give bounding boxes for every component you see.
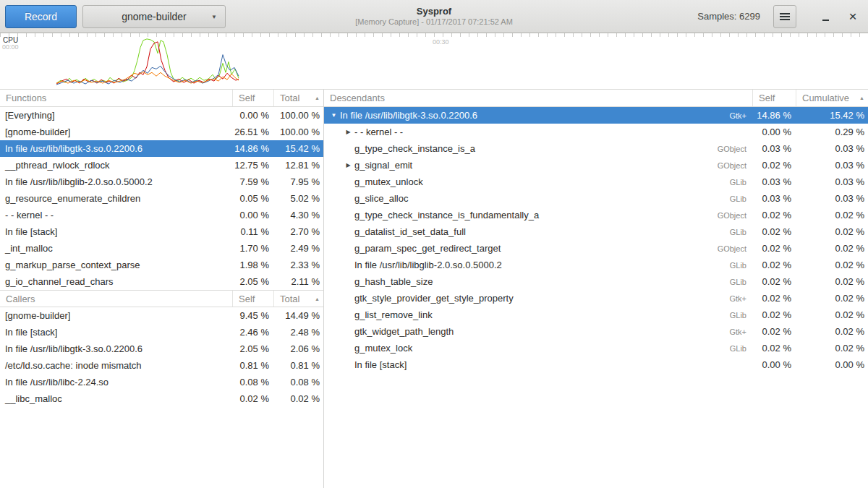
function-name: g_type_check_instance_is_a xyxy=(354,143,475,154)
library-category-label: GObject xyxy=(718,161,752,170)
table-row[interactable]: ▼In file /usr/lib/libgtk-3.so.0.2200.6Gt… xyxy=(324,107,868,124)
name-cell: [Everything] xyxy=(0,110,232,121)
function-name: g_param_spec_get_redirect_target xyxy=(354,243,501,254)
expander-collapsed-icon[interactable]: ▶ xyxy=(342,162,354,168)
column-header-descendants[interactable]: Descendants xyxy=(324,90,752,106)
name-cell: g_resource_enumerate_children xyxy=(0,193,232,204)
table-row[interactable]: In file [stack]0.11 %2.70 % xyxy=(0,223,323,240)
column-header-total[interactable]: Total ▲ xyxy=(273,90,323,106)
table-row[interactable]: g_io_channel_read_chars2.05 %2.11 % xyxy=(0,273,323,290)
library-category-label: GLib xyxy=(730,311,752,320)
column-header-self[interactable]: Self xyxy=(232,291,273,307)
self-percent-cell: 0.81 % xyxy=(232,360,273,371)
self-percent-cell: 2.05 % xyxy=(232,276,273,287)
table-row[interactable]: [gnome-builder]26.51 %100.00 % xyxy=(0,124,323,140)
table-row[interactable]: In file /usr/lib/libc-2.24.so0.08 %0.08 … xyxy=(0,374,323,390)
table-row[interactable]: /etc/ld.so.cache: inode mismatch0.81 %0.… xyxy=(0,357,323,374)
self-percent-cell: 0.02 % xyxy=(752,309,796,320)
table-row[interactable]: g_datalist_id_set_data_fullGLib0.02 %0.0… xyxy=(324,223,868,240)
name-cell: g_type_check_instance_is_aGObject xyxy=(324,143,752,154)
function-name: g_mutex_unlock xyxy=(354,176,423,187)
column-header-callers[interactable]: Callers xyxy=(0,291,232,307)
table-row[interactable]: In file /usr/lib/libglib-2.0.so.0.5000.2… xyxy=(0,174,323,190)
chevron-down-icon: ▼ xyxy=(211,13,217,20)
process-selector[interactable]: gnome-builder ▼ xyxy=(82,5,226,28)
cumulative-percent-cell: 0.02 % xyxy=(796,293,868,304)
expander-collapsed-icon[interactable]: ▶ xyxy=(342,129,354,135)
expander-expanded-icon[interactable]: ▼ xyxy=(328,112,340,119)
function-name: In file [stack] xyxy=(5,327,57,338)
table-row[interactable]: g_list_remove_linkGLib0.02 %0.02 % xyxy=(324,307,868,323)
total-percent-cell: 0.08 % xyxy=(273,377,323,388)
column-header-self[interactable]: Self xyxy=(752,90,796,106)
table-row[interactable]: In file [stack]0.00 %0.00 % xyxy=(324,356,868,373)
column-header-cumulative[interactable]: Cumulative ▲ xyxy=(796,90,868,106)
library-category-label: GLib xyxy=(730,261,752,270)
record-button[interactable]: Record xyxy=(5,5,77,28)
table-row[interactable]: In file [stack]2.46 %2.48 % xyxy=(0,324,323,341)
headerbar: Record gnome-builder ▼ Sysprof [Memory C… xyxy=(0,0,868,33)
total-percent-cell: 5.02 % xyxy=(273,193,323,204)
table-row[interactable]: g_type_check_instance_is_fundamentally_a… xyxy=(324,207,868,223)
column-header-cumulative-label: Cumulative xyxy=(802,93,849,103)
cpu-graph[interactable]: CPU 00:00 00:30 xyxy=(0,33,868,90)
library-category-label: Gtk+ xyxy=(729,294,752,303)
table-row[interactable]: - - kernel - -0.00 %4.30 % xyxy=(0,207,323,223)
table-row[interactable]: g_slice_allocGLib0.03 %0.03 % xyxy=(324,190,868,207)
self-percent-cell: 0.03 % xyxy=(752,193,796,204)
name-cell: In file [stack] xyxy=(0,226,232,237)
table-row[interactable]: ▶- - kernel - -0.00 %0.29 % xyxy=(324,124,868,140)
table-row[interactable]: In file /usr/lib/libglib-2.0.so.0.5000.2… xyxy=(324,257,868,273)
table-row[interactable]: __pthread_rwlock_rdlock12.75 %12.81 % xyxy=(0,157,323,174)
menu-button[interactable] xyxy=(773,5,796,28)
table-row[interactable]: g_mutex_unlockGLib0.03 %0.03 % xyxy=(324,174,868,190)
total-percent-cell: 0.81 % xyxy=(273,360,323,371)
self-percent-cell: 0.03 % xyxy=(752,143,796,154)
self-percent-cell: 0.00 % xyxy=(232,210,273,221)
self-percent-cell: 0.02 % xyxy=(752,260,796,270)
table-row[interactable]: _int_malloc1.70 %2.49 % xyxy=(0,240,323,257)
function-name: [gnome-builder] xyxy=(5,127,70,137)
functions-table: Functions Self Total ▲ [Everything]0.00 … xyxy=(0,90,323,290)
table-row[interactable]: g_param_spec_get_redirect_targetGObject0… xyxy=(324,240,868,257)
table-row[interactable]: g_resource_enumerate_children0.05 %5.02 … xyxy=(0,190,323,207)
table-row[interactable]: [Everything]0.00 %100.00 % xyxy=(0,107,323,124)
main-content: Functions Self Total ▲ [Everything]0.00 … xyxy=(0,90,868,488)
close-icon: × xyxy=(848,9,856,23)
table-row[interactable]: g_mutex_lockGLib0.02 %0.02 % xyxy=(324,340,868,356)
cpu-line-green xyxy=(56,39,239,83)
cumulative-percent-cell: 0.02 % xyxy=(796,309,868,320)
name-cell: In file /usr/lib/libglib-2.0.so.0.5000.2… xyxy=(324,260,752,270)
self-percent-cell: 0.02 % xyxy=(752,326,796,337)
cumulative-percent-cell: 0.00 % xyxy=(796,359,868,370)
function-name: In file [stack] xyxy=(354,359,407,370)
table-row[interactable]: In file /usr/lib/libgtk-3.so.0.2200.614.… xyxy=(0,140,323,157)
table-row[interactable]: g_markup_parse_context_parse1.98 %2.33 % xyxy=(0,257,323,273)
column-header-self[interactable]: Self xyxy=(232,90,273,106)
library-category-label: GLib xyxy=(730,178,752,187)
column-header-total[interactable]: Total ▲ xyxy=(273,291,323,307)
self-percent-cell: 2.05 % xyxy=(232,343,273,354)
function-name: __pthread_rwlock_rdlock xyxy=(5,160,110,171)
name-cell: ▶- - kernel - - xyxy=(324,127,752,137)
cumulative-percent-cell: 0.02 % xyxy=(796,210,868,221)
self-percent-cell: 14.86 % xyxy=(752,110,796,121)
name-cell: g_param_spec_get_redirect_targetGObject xyxy=(324,243,752,254)
function-name: In file /usr/lib/libc-2.24.so xyxy=(5,377,109,388)
function-name: __libc_malloc xyxy=(5,393,62,404)
name-cell: gtk_style_provider_get_style_propertyGtk… xyxy=(324,293,752,304)
name-cell: g_markup_parse_context_parse xyxy=(0,260,232,270)
table-row[interactable]: [gnome-builder]9.45 %14.49 % xyxy=(0,307,323,324)
callers-table-body: [gnome-builder]9.45 %14.49 %In file [sta… xyxy=(0,307,323,407)
table-row[interactable]: __libc_malloc0.02 %0.02 % xyxy=(0,390,323,407)
column-header-functions[interactable]: Functions xyxy=(0,90,232,106)
close-button[interactable]: × xyxy=(843,7,863,27)
table-row[interactable]: gtk_style_provider_get_style_propertyGtk… xyxy=(324,290,868,307)
minimize-button[interactable] xyxy=(815,7,835,27)
table-row[interactable]: gtk_widget_path_lengthGtk+0.02 %0.02 % xyxy=(324,323,868,340)
name-cell: _int_malloc xyxy=(0,243,232,254)
table-row[interactable]: In file /usr/lib/libgtk-3.so.0.2200.62.0… xyxy=(0,341,323,357)
table-row[interactable]: g_hash_table_sizeGLib0.02 %0.02 % xyxy=(324,273,868,290)
table-row[interactable]: g_type_check_instance_is_aGObject0.03 %0… xyxy=(324,140,868,157)
table-row[interactable]: ▶g_signal_emitGObject0.02 %0.03 % xyxy=(324,157,868,174)
